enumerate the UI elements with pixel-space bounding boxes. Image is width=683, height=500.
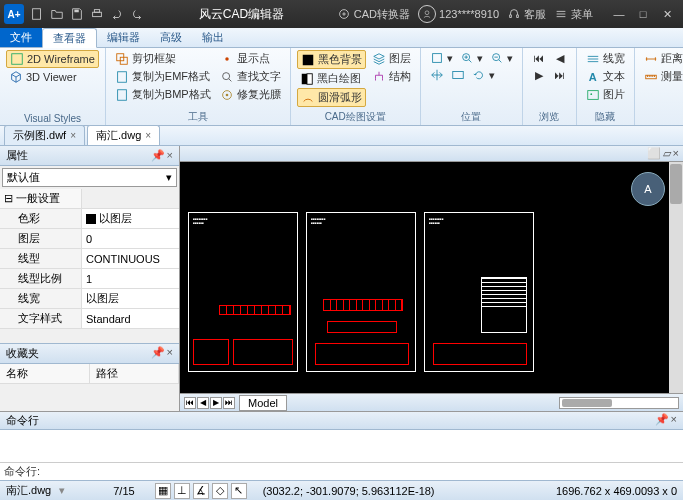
viewer3d-button[interactable]: 3D Viewer — [6, 69, 99, 85]
headset-icon — [507, 7, 521, 21]
show-point-button[interactable]: 显示点 — [217, 50, 284, 67]
text-button[interactable]: A文本 — [583, 68, 628, 85]
tab-nav-prev[interactable]: ◀ — [197, 397, 209, 409]
polar-toggle[interactable]: ∡ — [193, 483, 209, 499]
svg-point-14 — [225, 93, 228, 96]
tab-viewer[interactable]: 查看器 — [42, 28, 97, 48]
status-dimensions: 1696.762 x 469.0093 x 0 — [556, 485, 677, 497]
rotate-button[interactable]: ▾ — [469, 67, 498, 83]
copy-emf-button[interactable]: 复制为EMF格式 — [112, 68, 214, 85]
copy-frame-button[interactable]: 剪切框架 — [112, 50, 214, 67]
pan-button[interactable] — [427, 67, 447, 83]
copy-bmp-button[interactable]: 复制为BMP格式 — [112, 86, 214, 103]
qat-open-icon[interactable] — [48, 5, 66, 23]
tab-nav-next[interactable]: ▶ — [210, 397, 222, 409]
wireframe-button[interactable]: 2D Wireframe — [6, 50, 99, 68]
panel-close-icon[interactable]: × — [671, 413, 677, 428]
command-input[interactable] — [44, 466, 679, 478]
command-history[interactable] — [0, 430, 683, 462]
layer-button[interactable]: 图层 — [369, 50, 414, 67]
bmp-icon — [115, 88, 129, 102]
distance-button[interactable]: 距离 — [641, 50, 683, 67]
qat-new-icon[interactable] — [28, 5, 46, 23]
close-button[interactable]: ✕ — [655, 4, 679, 24]
fix-disc-button[interactable]: 修复光膘 — [217, 86, 284, 103]
close-tab-icon[interactable]: × — [70, 130, 76, 141]
find-text-button[interactable]: 查找文字 — [217, 68, 284, 85]
next-page-button[interactable]: ▶ — [529, 67, 549, 83]
tab-nav-last[interactable]: ⏭ — [223, 397, 235, 409]
black-bg-button[interactable]: 黑色背景 — [297, 50, 366, 69]
canvas-max-icon[interactable]: ⬜ — [647, 147, 661, 160]
canvas-scrollbar-v[interactable] — [669, 162, 683, 393]
fav-col-path[interactable]: 路径 — [90, 364, 180, 383]
user-account[interactable]: 123****8910 — [418, 5, 499, 23]
panel-pin-icon[interactable]: 📌 — [151, 149, 165, 162]
quick-access-toolbar — [28, 5, 146, 23]
drawing-canvas[interactable]: A ■■■■■■■■■■■■■■ ■■■■■■■■■■■■■■ ■■■■■■■■… — [180, 162, 683, 393]
panel-close-icon[interactable]: × — [167, 346, 173, 361]
ortho-toggle[interactable]: ⊥ — [174, 483, 190, 499]
preset-dropdown[interactable]: 默认值 ▾ — [2, 168, 177, 187]
prop-row[interactable]: 线型比例1 — [0, 269, 179, 289]
first-page-button[interactable]: ⏮ — [529, 50, 549, 66]
fit-button[interactable] — [448, 67, 468, 83]
prop-row[interactable]: 色彩以图层 — [0, 209, 179, 229]
main-menu-link[interactable]: 菜单 — [554, 7, 593, 22]
qat-undo-icon[interactable] — [108, 5, 126, 23]
osnap-toggle[interactable]: ◇ — [212, 483, 228, 499]
tab-editor[interactable]: 编辑器 — [97, 28, 150, 47]
tab-file[interactable]: 文件 — [0, 28, 42, 47]
black-draw-button[interactable]: 黑白绘图 — [297, 70, 366, 87]
canvas-restore-icon[interactable]: ▱ — [663, 147, 671, 160]
svg-rect-17 — [307, 73, 312, 84]
first-icon: ⏮ — [532, 51, 546, 65]
group-cad-settings: 黑色背景 黑白绘图 圆滑弧形 图层 结构 CAD绘图设置 — [291, 48, 421, 125]
panel-pin-icon[interactable]: 📌 — [655, 413, 669, 428]
cursor-coord-icon[interactable]: ↖ — [231, 483, 247, 499]
zoom-extents-button[interactable]: ▾ — [427, 50, 456, 66]
fav-col-name[interactable]: 名称 — [0, 364, 90, 383]
prop-row[interactable]: 图层0 — [0, 229, 179, 249]
model-tab[interactable]: Model — [239, 395, 287, 411]
document-tabs: 示例图.dwf× 南汇.dwg× — [0, 126, 683, 146]
prop-row[interactable]: 线型CONTINUOUS — [0, 249, 179, 269]
maximize-button[interactable]: □ — [631, 4, 655, 24]
zoom-in-button[interactable]: ▾ — [457, 50, 486, 66]
doc-tab-0[interactable]: 示例图.dwf× — [4, 125, 85, 145]
canvas-scrollbar-h[interactable] — [559, 397, 679, 409]
minimize-button[interactable]: — — [607, 4, 631, 24]
prop-section-header[interactable]: ⊟ 一般设置 — [0, 189, 82, 208]
command-panel: 命令行 📌× 命令行: — [0, 411, 683, 480]
prev-page-button[interactable]: ◀ — [550, 50, 570, 66]
qat-print-icon[interactable] — [88, 5, 106, 23]
tab-nav-first[interactable]: ⏮ — [184, 397, 196, 409]
zoom-out-button[interactable]: ▾ — [487, 50, 516, 66]
tab-output[interactable]: 输出 — [192, 28, 234, 47]
support-link[interactable]: 客服 — [507, 7, 546, 22]
close-tab-icon[interactable]: × — [145, 130, 151, 141]
smooth-arc-button[interactable]: 圆滑弧形 — [297, 88, 366, 107]
measure-button[interactable]: 测量 — [641, 68, 683, 85]
zoom-out-icon — [490, 51, 504, 65]
view-cube-badge[interactable]: A — [631, 172, 665, 206]
tab-advanced[interactable]: 高级 — [150, 28, 192, 47]
prop-row[interactable]: 文字样式Standard — [0, 309, 179, 329]
line-width-button[interactable]: 线宽 — [583, 50, 628, 67]
panel-close-icon[interactable]: × — [167, 149, 173, 162]
black-bg-icon — [301, 53, 315, 67]
struct-button[interactable]: 结构 — [369, 68, 414, 85]
qat-save-icon[interactable] — [68, 5, 86, 23]
cad-converter-link[interactable]: CAD转换器 — [337, 7, 410, 22]
snap-grid-toggle[interactable]: ▦ — [155, 483, 171, 499]
canvas-close-icon[interactable]: × — [673, 147, 679, 160]
prop-row[interactable]: 线宽以图层 — [0, 289, 179, 309]
doc-tab-1[interactable]: 南汇.dwg× — [87, 125, 160, 145]
group-measure: 距离 测量 多段线长度 面积 测量 — [635, 48, 683, 125]
panel-pin-icon[interactable]: 📌 — [151, 346, 165, 361]
group-visual-styles: 2D Wireframe 3D Viewer Visual Styles — [0, 48, 106, 125]
next-icon: ▶ — [532, 68, 546, 82]
qat-redo-icon[interactable] — [128, 5, 146, 23]
image-button[interactable]: 图片 — [583, 86, 628, 103]
last-page-button[interactable]: ⏭ — [550, 67, 570, 83]
